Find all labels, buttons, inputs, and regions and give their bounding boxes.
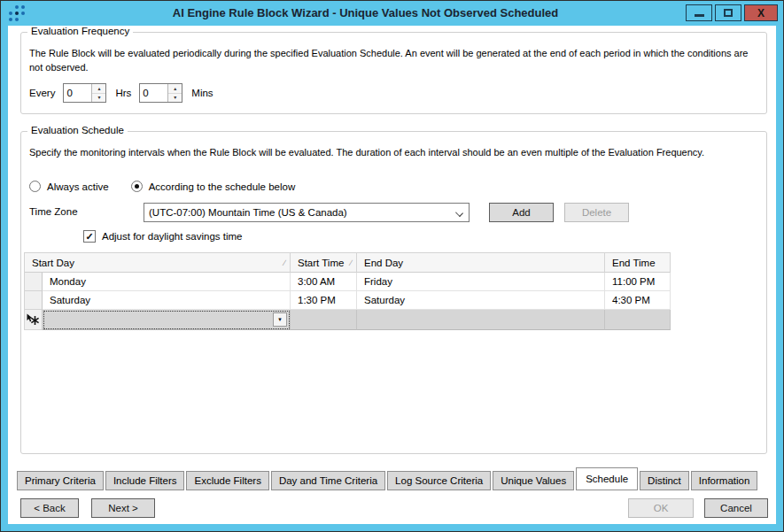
always-active-label: Always active <box>47 181 109 192</box>
new-row-cell-end-time[interactable] <box>605 310 671 330</box>
new-row-cell-end-day[interactable] <box>357 310 605 330</box>
tab-unique-values[interactable]: Unique Values <box>493 471 574 490</box>
column-header-start-day[interactable]: Start Day ∕ <box>25 253 291 273</box>
cell-start-day[interactable]: Saturday <box>43 291 291 310</box>
every-label: Every <box>29 88 55 98</box>
window-title: AI Engine Rule Block Wizard - Unique Val… <box>54 1 677 26</box>
tab-include-filters[interactable]: Include Filters <box>105 471 185 490</box>
row-header[interactable] <box>25 291 43 310</box>
add-button[interactable]: Add <box>489 203 554 222</box>
evaluation-schedule-description: Specify the monitoring intervals when th… <box>29 145 754 159</box>
tab-schedule[interactable]: Schedule <box>576 467 638 490</box>
table-header-row: Start Day ∕ Start Time ∕ End Day End Tim… <box>25 253 671 273</box>
cell-end-day[interactable]: Friday <box>357 273 605 291</box>
ok-button[interactable]: OK <box>628 498 694 518</box>
row-header[interactable] <box>25 273 43 291</box>
tab-day-and-time-criteria[interactable]: Day and Time Criteria <box>271 471 385 490</box>
tab-exclude-filters[interactable]: Exclude Filters <box>186 471 268 490</box>
tab-log-source-criteria[interactable]: Log Source Criteria <box>387 471 491 490</box>
schedule-mode-radio-group: Always active According to the schedule … <box>29 181 295 192</box>
hrs-label: Hrs <box>115 88 131 98</box>
hours-stepper: ▴ ▾ <box>63 83 106 103</box>
minimize-button[interactable] <box>686 4 712 21</box>
tab-primary-criteria[interactable]: Primary Criteria <box>17 471 104 490</box>
hours-spin-down-button[interactable]: ▾ <box>92 94 105 103</box>
frequency-row: Every ▴ ▾ Hrs ▴ ▾ Mins <box>29 83 213 103</box>
logrhythm-dots-icon <box>9 4 28 22</box>
evaluation-frequency-description: The Rule Block will be evaluated periodi… <box>29 46 754 74</box>
cell-start-day[interactable]: Monday <box>43 273 291 291</box>
sort-ascending-icon: ∕ <box>283 258 285 267</box>
cell-end-time[interactable]: 11:00 PM <box>605 273 671 291</box>
daylight-savings-label: Adjust for daylight savings time <box>102 231 243 242</box>
time-zone-label: Time Zone <box>29 206 78 217</box>
cell-start-time[interactable]: 3:00 AM <box>291 273 357 291</box>
maximize-icon <box>724 9 733 17</box>
cancel-button[interactable]: Cancel <box>704 498 768 518</box>
according-to-schedule-radio[interactable]: According to the schedule below <box>131 181 296 192</box>
table-new-row[interactable]: ▼ <box>25 310 671 330</box>
time-zone-value: (UTC-07:00) Mountain Time (US & Canada) <box>149 207 347 218</box>
hours-spin-up-button[interactable]: ▴ <box>92 84 105 94</box>
wizard-tab-strip: Primary Criteria Include Filters Exclude… <box>17 469 759 490</box>
mins-label: Mins <box>191 88 213 98</box>
checkbox-checked-icon[interactable]: ✓ <box>83 230 96 243</box>
hours-input[interactable] <box>64 84 91 102</box>
time-zone-select[interactable]: (UTC-07:00) Mountain Time (US & Canada) <box>144 203 470 222</box>
minutes-spin-up-button[interactable]: ▴ <box>168 84 182 94</box>
column-header-end-time[interactable]: End Time <box>605 253 671 273</box>
maximize-button[interactable] <box>715 4 741 21</box>
titlebar: AI Engine Rule Block Wizard - Unique Val… <box>1 1 783 26</box>
radio-checked-icon <box>131 181 143 192</box>
minimize-icon <box>695 14 704 17</box>
column-header-end-day[interactable]: End Day <box>357 253 605 273</box>
always-active-radio[interactable]: Always active <box>29 181 109 192</box>
evaluation-schedule-group: Evaluation Schedule Specify the monitori… <box>20 131 767 454</box>
new-row-start-day-combo[interactable]: ▼ <box>43 310 291 330</box>
dropdown-arrow-icon[interactable]: ▼ <box>273 312 287 327</box>
dialog-client-area: Evaluation Frequency The Rule Block will… <box>8 26 776 524</box>
evaluation-frequency-group-label: Evaluation Frequency <box>27 26 133 36</box>
evaluation-schedule-group-label: Evaluation Schedule <box>27 125 128 135</box>
evaluation-frequency-group: Evaluation Frequency The Rule Block will… <box>20 32 767 114</box>
new-row-cell-start-time[interactable] <box>291 310 357 330</box>
column-header-start-time[interactable]: Start Time ∕ <box>291 253 357 273</box>
minutes-spin-down-button[interactable]: ▾ <box>168 94 182 103</box>
tab-information[interactable]: Information <box>691 471 758 490</box>
minutes-stepper: ▴ ▾ <box>139 83 182 103</box>
cell-start-time[interactable]: 1:30 PM <box>291 291 357 310</box>
delete-button[interactable]: Delete <box>564 203 629 222</box>
schedule-table: Start Day ∕ Start Time ∕ End Day End Tim… <box>24 252 671 330</box>
chevron-down-icon <box>455 209 463 217</box>
next-button[interactable]: Next > <box>91 498 155 518</box>
wizard-window: AI Engine Rule Block Wizard - Unique Val… <box>0 0 784 532</box>
tab-distinct[interactable]: Distinct <box>640 471 689 490</box>
cell-end-time[interactable]: 4:30 PM <box>605 291 671 310</box>
minutes-input[interactable] <box>140 84 167 102</box>
radio-unchecked-icon <box>29 181 41 192</box>
close-button[interactable]: X <box>744 4 778 21</box>
cell-end-day[interactable]: Saturday <box>357 291 605 310</box>
table-row[interactable]: Monday 3:00 AM Friday 11:00 PM <box>25 273 671 291</box>
table-row[interactable]: Saturday 1:30 PM Saturday 4:30 PM <box>25 291 671 310</box>
according-to-schedule-label: According to the schedule below <box>149 181 296 192</box>
daylight-savings-checkbox-row[interactable]: ✓ Adjust for daylight savings time <box>83 230 243 243</box>
back-button[interactable]: < Back <box>20 498 79 518</box>
sort-ascending-icon: ∕ <box>350 258 352 267</box>
new-row-indicator-icon <box>25 310 43 330</box>
